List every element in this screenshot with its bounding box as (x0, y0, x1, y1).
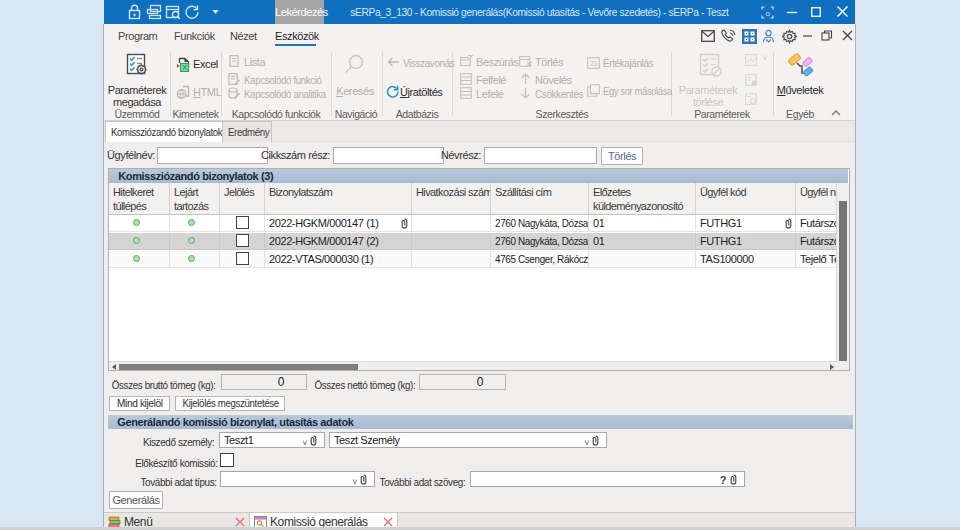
svg-text:23: 23 (590, 60, 597, 67)
svg-text:X: X (182, 63, 187, 72)
svg-text:o: o (765, 9, 770, 18)
